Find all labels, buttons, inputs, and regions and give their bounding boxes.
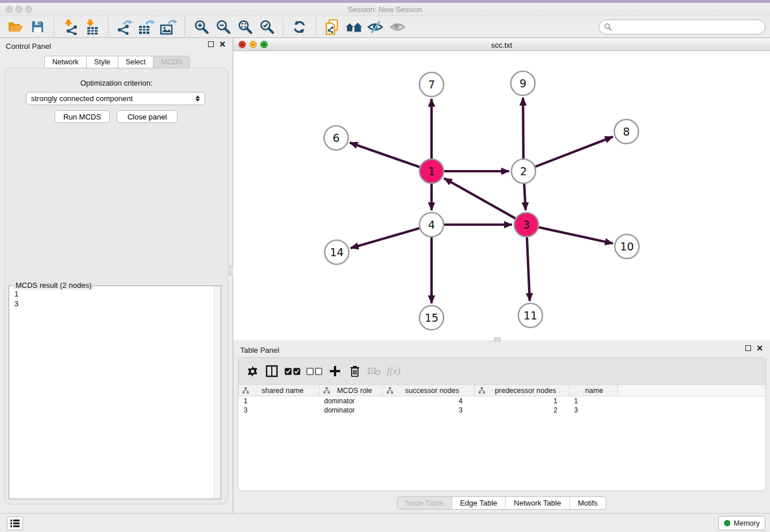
save-session-button[interactable]: [29, 18, 46, 36]
table-cell[interactable]: 2: [474, 406, 569, 415]
table-cell[interactable]: dominator: [319, 406, 382, 415]
hide-eye-icon: [367, 20, 384, 34]
export-image-button[interactable]: [160, 18, 177, 36]
table-cell[interactable]: 3: [238, 406, 319, 415]
graph-node-15[interactable]: 15: [419, 306, 444, 330]
mcds-result-values[interactable]: 13: [9, 286, 221, 311]
graph-edge-3-1[interactable]: [444, 178, 515, 218]
graph-node-2[interactable]: 2: [511, 159, 536, 183]
column-header-successor-nodes[interactable]: successor nodes: [382, 385, 474, 396]
graph-node-8[interactable]: 8: [614, 119, 638, 144]
graph-node-14[interactable]: 14: [325, 240, 349, 264]
mcds-result-value: 3: [14, 299, 215, 309]
add-column-button[interactable]: [328, 364, 342, 379]
network-graph: 7968124314101511: [233, 51, 770, 340]
tab-select[interactable]: Select: [118, 56, 154, 68]
table-settings-button[interactable]: [245, 364, 259, 379]
run-mcds-button[interactable]: Run MCDS: [55, 110, 110, 123]
table-cell[interactable]: 3: [382, 406, 474, 415]
gear-icon: [247, 366, 258, 377]
zoom-fit-button[interactable]: [236, 18, 253, 36]
graph-node-1[interactable]: 1: [419, 159, 444, 183]
tab-node-table[interactable]: Node Table: [398, 497, 452, 509]
column-header-shared-name[interactable]: shared name: [238, 385, 319, 396]
export-network-button[interactable]: [116, 18, 133, 36]
result-scrollbar[interactable]: [214, 286, 221, 499]
graph-node-7[interactable]: 7: [419, 72, 444, 97]
export-table-button[interactable]: [138, 18, 155, 36]
table-cell[interactable]: dominator: [319, 396, 382, 406]
graph-edge-2-3[interactable]: [524, 184, 525, 210]
graph-edge-3-11[interactable]: [527, 237, 530, 301]
graph-edge-2-9[interactable]: [523, 98, 523, 159]
graph-node-9[interactable]: 9: [511, 71, 535, 95]
table-cell[interactable]: 1: [238, 396, 319, 406]
node-table-container: f(x) shared nameMCDS rolesuccessor nodes…: [238, 357, 766, 491]
first-neighbors-button[interactable]: [345, 18, 363, 36]
table-cell[interactable]: 1: [569, 396, 618, 406]
criterion-dropdown[interactable]: strongly connected component: [26, 92, 205, 105]
app-titlebar: Session: New Session: [0, 3, 770, 16]
search-input[interactable]: [599, 20, 765, 34]
new-network-from-selection-button[interactable]: [324, 18, 341, 36]
search-field: [599, 20, 765, 34]
graph-edge-2-8[interactable]: [536, 137, 613, 167]
show-eye-icon: [390, 21, 406, 33]
svg-text:15: 15: [425, 311, 438, 324]
delete-table-button[interactable]: [367, 364, 381, 379]
graph-node-4[interactable]: 4: [419, 213, 444, 237]
tab-network[interactable]: Network: [44, 56, 87, 68]
tab-edge-table[interactable]: Edge Table: [452, 497, 506, 509]
graph-node-10[interactable]: 10: [615, 234, 639, 259]
zoom-in-button[interactable]: [192, 18, 210, 36]
toolbar-separator: [108, 18, 109, 36]
delete-column-button[interactable]: [348, 364, 361, 379]
memory-button[interactable]: Memory: [718, 516, 765, 530]
table-row[interactable]: 1dominator411: [238, 396, 765, 406]
hide-selected-button[interactable]: [367, 18, 384, 36]
export-image-icon: [160, 19, 177, 35]
tab-network-table[interactable]: Network Table: [506, 497, 569, 509]
graph-node-3[interactable]: 3: [514, 213, 538, 237]
close-table-panel-icon[interactable]: ✕: [756, 345, 763, 351]
column-header-MCDS-role[interactable]: MCDS role: [319, 385, 382, 396]
graph-node-11[interactable]: 11: [518, 303, 542, 327]
tab-style[interactable]: Style: [86, 56, 118, 68]
select-all-button[interactable]: [284, 364, 301, 379]
checked-boxes-icon: [284, 368, 301, 375]
graph-edge-4-14[interactable]: [351, 228, 419, 248]
graph-edge-3-10[interactable]: [538, 228, 613, 244]
tab-mcds[interactable]: MCDS: [153, 56, 190, 68]
table-header-row: shared nameMCDS rolesuccessor nodesprede…: [238, 385, 765, 396]
deselect-all-button[interactable]: [306, 364, 322, 379]
float-panel-icon[interactable]: [208, 41, 214, 47]
column-header-name[interactable]: name: [569, 385, 618, 396]
import-network-button[interactable]: [61, 18, 79, 36]
network-canvas[interactable]: 7968124314101511: [233, 51, 770, 340]
graph-edge-1-6[interactable]: [350, 142, 420, 167]
network-window-titlebar[interactable]: ✕ − + scc.txt: [233, 38, 770, 51]
close-panel-icon[interactable]: ✕: [219, 41, 226, 47]
refresh-view-button[interactable]: [291, 18, 308, 36]
task-history-button[interactable]: [7, 516, 23, 530]
open-session-button[interactable]: [7, 18, 24, 36]
optimization-criterion-label: Optimization criterion:: [5, 79, 228, 87]
import-table-button[interactable]: [83, 18, 101, 36]
zoom-out-button[interactable]: [214, 18, 232, 36]
table-toolbar: f(x): [238, 358, 765, 384]
toolbar-separator: [283, 18, 283, 36]
column-type-icon: [324, 387, 330, 394]
float-table-panel-icon[interactable]: [745, 345, 751, 351]
graph-node-6[interactable]: 6: [324, 126, 348, 150]
table-row[interactable]: 3dominator323: [238, 406, 765, 415]
column-header-predecessor-nodes[interactable]: predecessor nodes: [474, 385, 569, 396]
table-cell[interactable]: 1: [474, 396, 569, 406]
close-panel-button[interactable]: Close panel: [117, 110, 178, 123]
show-column-button[interactable]: [265, 364, 279, 379]
function-builder-button[interactable]: f(x): [387, 364, 401, 379]
tab-motifs[interactable]: Motifs: [569, 497, 606, 509]
zoom-selected-button[interactable]: [258, 18, 275, 36]
table-cell[interactable]: 3: [569, 406, 618, 415]
table-cell[interactable]: 4: [382, 396, 474, 406]
show-all-button[interactable]: [389, 18, 406, 36]
